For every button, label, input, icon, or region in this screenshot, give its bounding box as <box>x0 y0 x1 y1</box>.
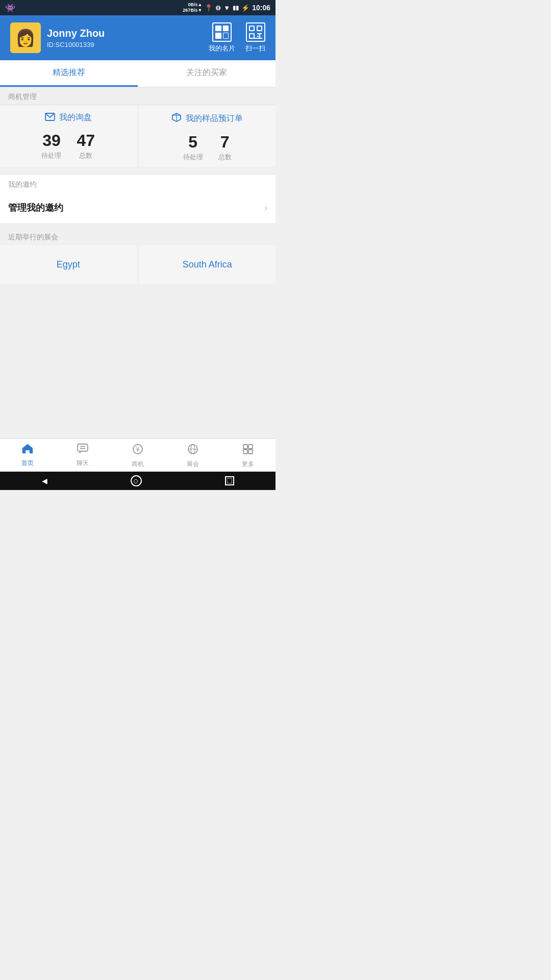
header-actions: 我的名片 扫一扫 <box>209 22 265 53</box>
signal-minus-icon: ⊖ <box>215 4 221 12</box>
chat-icon <box>77 443 89 457</box>
chevron-right-icon: › <box>264 203 267 213</box>
tab-featured[interactable]: 精选推荐 <box>0 60 138 87</box>
recent-button[interactable]: □ <box>225 476 234 485</box>
header: 👩 Jonny Zhou ID:SC10001339 我的名片 <box>0 15 276 60</box>
biz-section-header: 商机管理 <box>0 87 276 105</box>
user-id: ID:SC10001339 <box>47 41 105 48</box>
nav-home-label: 首页 <box>21 459 34 468</box>
expo-cards: Egypt South Africa <box>0 245 276 284</box>
invite-section: 我的邀约 管理我的邀约 › <box>0 171 276 224</box>
app-icon: 👾 <box>5 3 15 13</box>
bottom-nav: 首页 聊天 ¥ 商机 展会 <box>0 438 276 472</box>
status-bar: 👾 0B/s▲ 267B/s▼ 📍 ⊖ ▼ ▮▮ ⚡ 10:06 <box>0 0 276 15</box>
manage-invite-label: 管理我的邀约 <box>8 202 63 214</box>
business-icon: ¥ <box>132 443 144 458</box>
inquiry-title: 我的询盘 <box>45 112 92 123</box>
sample-pending: 5 待处理 <box>183 134 203 162</box>
network-speed: 0B/s▲ 267B/s▼ <box>183 2 202 13</box>
nav-expo[interactable]: 展会 <box>165 439 220 472</box>
more-icon <box>242 443 254 458</box>
battery-icon: ⚡ <box>241 4 249 12</box>
avatar: 👩 <box>10 22 41 53</box>
svg-rect-18 <box>248 445 253 449</box>
user-details: Jonny Zhou ID:SC10001339 <box>47 28 105 48</box>
tabs: 精选推荐 关注的买家 <box>0 60 276 87</box>
inquiry-card[interactable]: 我的询盘 39 待处理 47 总数 <box>0 105 139 167</box>
egypt-label: Egypt <box>57 259 80 270</box>
south-africa-card[interactable]: South Africa <box>139 245 276 284</box>
nav-home[interactable]: 首页 <box>0 439 55 472</box>
nav-chat[interactable]: 聊天 <box>55 439 110 472</box>
biz-cards: 我的询盘 39 待处理 47 总数 <box>0 105 276 167</box>
svg-rect-17 <box>243 445 247 449</box>
android-nav: ◀ ○ □ <box>0 472 276 490</box>
nav-business[interactable]: ¥ 商机 <box>110 439 165 472</box>
location-icon: 📍 <box>205 4 213 12</box>
expo-section: 近期举行的展会 Egypt South Africa <box>0 228 276 284</box>
svg-rect-9 <box>78 444 88 451</box>
wifi-icon: ▼ <box>223 4 230 12</box>
nav-business-label: 商机 <box>132 460 144 469</box>
scan-button[interactable]: 扫一扫 <box>245 22 265 53</box>
home-icon <box>21 443 34 457</box>
qr-icon <box>212 22 232 42</box>
home-button[interactable]: ○ <box>131 475 142 486</box>
user-name: Jonny Zhou <box>47 28 105 39</box>
expo-icon <box>187 443 199 458</box>
back-button[interactable]: ◀ <box>42 477 47 485</box>
scan-label: 扫一扫 <box>245 44 265 53</box>
box-icon <box>171 112 182 125</box>
sample-total: 7 总数 <box>218 134 232 162</box>
my-card-button[interactable]: 我的名片 <box>209 22 235 53</box>
signal-icon: ▮▮ <box>233 5 239 11</box>
inquiry-stats: 39 待处理 47 总数 <box>41 132 95 160</box>
main-content: 商机管理 我的询盘 39 待处理 47 总 <box>0 87 276 438</box>
svg-rect-2 <box>249 34 254 38</box>
svg-text:¥: ¥ <box>136 446 140 453</box>
scan-icon <box>246 22 265 42</box>
egypt-card[interactable]: Egypt <box>0 245 139 284</box>
sample-stats: 5 待处理 7 总数 <box>183 134 232 162</box>
sample-title: 我的样品预订单 <box>171 112 243 125</box>
south-africa-label: South Africa <box>183 259 232 270</box>
my-card-label: 我的名片 <box>209 44 235 53</box>
manage-invite-row[interactable]: 管理我的邀约 › <box>0 192 276 224</box>
status-left: 👾 <box>5 3 15 13</box>
svg-rect-1 <box>257 26 262 31</box>
expo-section-header: 近期举行的展会 <box>0 228 276 245</box>
inquiry-total: 47 总数 <box>77 132 95 160</box>
inquiry-pending: 39 待处理 <box>41 132 61 160</box>
sample-card[interactable]: 我的样品预订单 5 待处理 7 总数 <box>139 105 276 167</box>
nav-more[interactable]: 更多 <box>220 439 276 472</box>
user-info: 👩 Jonny Zhou ID:SC10001339 <box>10 22 105 53</box>
tab-followed[interactable]: 关注的买家 <box>138 60 276 87</box>
svg-rect-19 <box>243 450 247 454</box>
svg-rect-0 <box>249 26 254 31</box>
nav-chat-label: 聊天 <box>77 459 89 468</box>
svg-rect-20 <box>248 450 253 454</box>
nav-expo-label: 展会 <box>187 460 199 469</box>
envelope-icon <box>45 113 55 123</box>
status-right: 0B/s▲ 267B/s▼ 📍 ⊖ ▼ ▮▮ ⚡ 10:06 <box>183 2 270 13</box>
nav-more-label: 更多 <box>242 460 254 469</box>
clock: 10:06 <box>252 4 270 12</box>
invite-section-header: 我的邀约 <box>0 171 276 192</box>
